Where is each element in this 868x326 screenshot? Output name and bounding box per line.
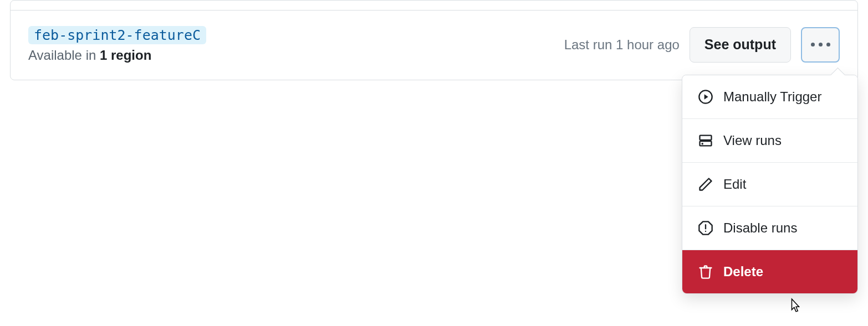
menu-item-view-runs[interactable]: View runs [682,119,857,163]
server-icon [698,133,713,148]
svg-rect-2 [700,136,712,140]
more-actions-button[interactable] [801,27,840,63]
menu-item-label: Delete [723,264,763,280]
trash-icon [698,264,713,280]
item-availability: Available in 1 region [28,48,206,63]
menu-item-manually-trigger[interactable]: Manually Trigger [682,75,857,119]
last-run-text: Last run 1 hour ago [564,37,680,53]
availability-count: 1 region [100,48,151,63]
cursor-pointer-icon [788,298,803,314]
availability-prefix: Available in [28,48,100,63]
menu-item-label: Disable runs [723,220,797,236]
menu-item-delete[interactable]: Delete [682,250,857,293]
see-output-button[interactable]: See output [690,27,791,63]
pencil-icon [698,177,713,192]
menu-item-label: Edit [723,177,746,192]
menu-item-disable-runs[interactable]: Disable runs [682,206,857,250]
actions-dropdown: Manually Trigger View runs Edit Dis [682,75,858,294]
menu-item-edit[interactable]: Edit [682,163,857,206]
item-row: feb-sprint2-featureC Available in 1 regi… [11,10,857,80]
svg-marker-1 [704,94,708,99]
play-circle-icon [698,89,713,105]
menu-item-label: View runs [723,133,782,148]
menu-item-label: Manually Trigger [723,89,821,105]
item-actions: Last run 1 hour ago See output [564,27,840,63]
more-icon [811,43,830,46]
item-card: feb-sprint2-featureC Available in 1 regi… [10,0,858,80]
item-tag: feb-sprint2-featureC [28,26,206,44]
item-info: feb-sprint2-featureC Available in 1 regi… [28,26,206,63]
alert-octagon-icon [698,220,713,236]
